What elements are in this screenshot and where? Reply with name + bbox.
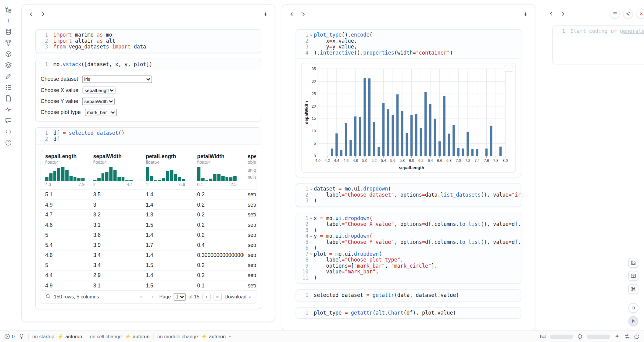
power-button[interactable] — [634, 333, 640, 340]
documentation-button[interactable] — [3, 94, 13, 103]
layout-toggle-button[interactable] — [628, 271, 638, 281]
outline-button[interactable] — [3, 60, 13, 69]
code-line: 8 label="Choose plot type", — [299, 257, 517, 263]
run-config-segment[interactable]: on module change:⚡autorun — [157, 333, 231, 339]
scratchpad-button[interactable] — [3, 71, 13, 80]
table-row[interactable]: 5.13.51.40.2setosa — [41, 189, 256, 199]
scroll-right-button[interactable] — [557, 8, 568, 19]
swap-button[interactable] — [624, 333, 630, 340]
table-row[interactable]: 4.63.41.40.30000000000000004setosa — [41, 250, 256, 260]
table-row[interactable]: 53.41.50.2setosa — [41, 260, 256, 270]
add-cell-button[interactable] — [260, 9, 271, 19]
column-header[interactable]: speciesobjectuniquenulls: — [244, 153, 256, 187]
scroll-left-button[interactable] — [286, 9, 297, 19]
code-editor[interactable]: 1dataset = mo.ui.dropdown(2 label="Choos… — [296, 183, 521, 206]
dataframe-cell: 1df = selected_dataset()2dfsepalLengthfl… — [35, 127, 261, 309]
scroll-right-button[interactable] — [38, 9, 48, 19]
column-dtype: float64 — [45, 160, 85, 165]
column-header[interactable]: sepalWidthfloat6424.4 — [89, 153, 141, 187]
fold-chevron-icon[interactable] — [309, 251, 314, 257]
code-editor[interactable]: 1selected_dataset = getattr(data, datase… — [296, 290, 521, 301]
fold-chevron-icon[interactable] — [309, 186, 314, 192]
code-editor[interactable]: 1mo.vstack([dataset, x, y, plot]) — [36, 59, 261, 70]
keyboard-button[interactable] — [540, 333, 546, 340]
table-row[interactable]: 53.61.40.2setosa — [41, 230, 256, 240]
cell-placeholder[interactable]: Start coding or generate with AI — [571, 28, 644, 34]
first-page-button[interactable]: « — [137, 293, 145, 301]
sparkle-icon — [614, 333, 620, 340]
logs-button[interactable] — [3, 83, 13, 92]
scroll-left-button[interactable] — [26, 9, 37, 19]
error-count: 0 — [12, 333, 15, 339]
choose-dataset-select[interactable]: iris — [82, 75, 152, 83]
table-row[interactable]: 4.63.11.50.2setosa — [41, 219, 256, 230]
page-select[interactable]: 1 — [174, 293, 186, 301]
last-page-button[interactable]: » — [213, 293, 222, 301]
help-button[interactable]: ? — [3, 138, 13, 147]
column-header[interactable]: petalLengthfloat6416.9 — [142, 153, 193, 187]
code-editor[interactable]: 1df = selected_dataset()2df — [36, 128, 261, 144]
chart-options-button[interactable] — [504, 66, 513, 72]
table-cell: 2.9 — [89, 272, 141, 278]
table-row[interactable]: 4.931.40.2setosa — [41, 199, 256, 209]
search-icon[interactable] — [45, 294, 51, 301]
table-row[interactable]: 4.73.21.30.2setosa — [41, 209, 256, 219]
code-editor[interactable]: 1import marimo as mo2import altair as al… — [36, 30, 261, 52]
code-editor[interactable]: 1plot_type = getattr(alt.Chart(df), plot… — [296, 307, 521, 318]
snippets-button[interactable] — [3, 127, 13, 136]
bar-chart[interactable]: 4.04.24.44.64.85.05.25.45.65.86.06.26.46… — [304, 65, 512, 171]
fold-chevron-icon[interactable] — [309, 215, 314, 221]
selected-dataset-cell: 1selected_dataset = getattr(data, datase… — [296, 290, 521, 301]
fold-slot — [309, 269, 314, 275]
tracing-button[interactable] — [3, 105, 13, 114]
code-editor[interactable]: 1 Start coding or generate with AI — [553, 26, 644, 37]
download-button[interactable]: Download — [224, 294, 252, 300]
table-row[interactable]: 4.42.91.40.2setosa — [41, 270, 256, 280]
choose-plot-type-select[interactable]: mark_bar — [85, 109, 116, 116]
menu-button[interactable] — [610, 9, 620, 18]
error-indicator[interactable]: 0 — [4, 333, 15, 340]
packages-button[interactable] — [3, 49, 13, 59]
fold-chevron-icon[interactable] — [309, 233, 314, 239]
file-tree-button[interactable] — [3, 5, 13, 14]
choose-y-value-select[interactable]: sepalWidth — [82, 98, 115, 105]
run-config-segment[interactable]: on cell change:⚡autorun — [90, 333, 150, 339]
variables-button[interactable]: ƒ — [3, 16, 13, 25]
code-editor[interactable]: 1x = mo.ui.dropdown(2 label="Choose X va… — [296, 213, 521, 283]
data-sources-button[interactable] — [3, 27, 13, 36]
code-line: 3) — [299, 227, 517, 233]
table-cell: 1.7 — [142, 242, 193, 248]
stop-button[interactable] — [628, 303, 638, 313]
next-page-button[interactable]: › — [202, 293, 211, 301]
table-cell: 0.2 — [193, 272, 244, 278]
dependencies-button[interactable] — [3, 38, 13, 47]
settings-button[interactable] — [624, 9, 633, 18]
line-number: 1 — [39, 130, 48, 136]
scroll-left-button[interactable] — [546, 8, 556, 19]
histogram-bar — [61, 167, 65, 181]
save-button[interactable] — [628, 258, 638, 268]
chat-button[interactable] — [3, 116, 13, 125]
column-header[interactable]: petalWidthfloat640.12.5 — [193, 153, 244, 187]
run-config-segment[interactable]: on startup:⚡autorun — [32, 333, 82, 339]
panel-left-header — [22, 5, 275, 23]
code-text: label="Choose dataset", options=data.lis… — [314, 192, 521, 198]
choose-x-value-select[interactable]: sepalLength — [82, 87, 115, 94]
table-row[interactable]: 4.93.11.50.1setosa — [41, 280, 256, 290]
column-header[interactable]: sepalLengthfloat644.37.9 — [41, 153, 89, 187]
close-button[interactable] — [637, 9, 644, 18]
code-editor[interactable]: 1plot_type().encode(2 x=x.value,3 y=y.va… — [296, 30, 521, 58]
add-cell-button[interactable] — [520, 9, 531, 19]
connection-button[interactable] — [18, 333, 24, 340]
ai-button[interactable] — [614, 333, 620, 340]
histogram-bar — [93, 180, 97, 181]
table-row[interactable]: 5.43.91.70.4setosa — [41, 240, 256, 250]
scroll-right-button[interactable] — [298, 9, 309, 19]
fold-chevron-icon[interactable] — [309, 32, 314, 38]
prev-page-button[interactable]: ‹ — [148, 293, 156, 301]
code-text: plot_type().encode( — [314, 32, 373, 38]
generate-link[interactable]: generate — [620, 28, 644, 34]
memory-button[interactable] — [577, 333, 583, 340]
run-all-button[interactable] — [628, 316, 638, 326]
keyboard-shortcuts-button[interactable]: ⌘ — [628, 284, 638, 294]
